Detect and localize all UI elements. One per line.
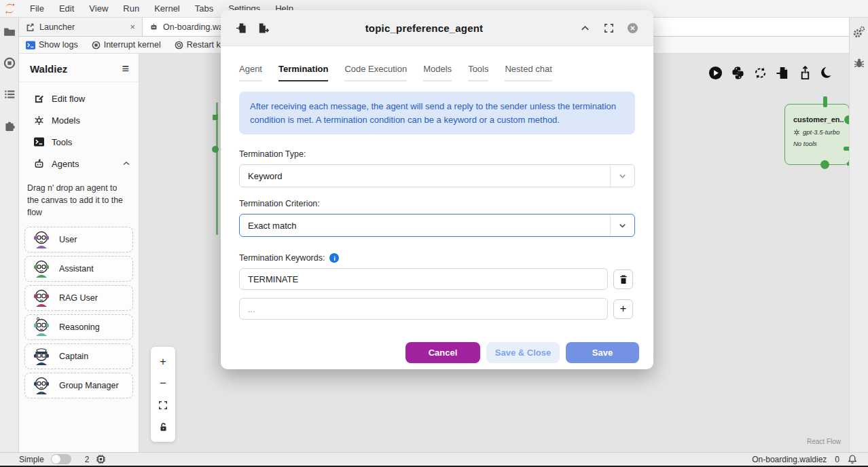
jupyter-logo-icon — [4, 3, 16, 14]
waldiez-sidebar: Waldiez ≡ Edit flow — [19, 54, 139, 452]
agent-label: Captain — [59, 352, 88, 361]
tab-agent[interactable]: Agent — [239, 64, 262, 81]
dark-mode-moon-icon[interactable] — [820, 66, 835, 80]
node-tools-label: No tools — [793, 140, 844, 147]
zoom-in-button[interactable]: + — [153, 353, 173, 371]
modal-tab-bar: Agent Termination Code Execution Models … — [221, 46, 653, 81]
sidebar-item-tools[interactable]: Tools — [19, 131, 139, 153]
tab-launcher-label: Launcher — [39, 22, 75, 32]
edit-flow-label: Edit flow — [52, 94, 85, 104]
menu-kernel[interactable]: Kernel — [147, 3, 187, 14]
agent-settings-modal: topic_preference_agent Agent Termination… — [221, 10, 653, 369]
captain-avatar — [32, 346, 51, 367]
agent-card-reasoning[interactable]: Reasoning — [24, 314, 133, 340]
show-logs-button[interactable]: Show logs — [26, 40, 78, 50]
reasoning-avatar — [32, 317, 51, 337]
close-circle-icon[interactable] — [627, 22, 638, 34]
termination-criterion-select[interactable]: Exact match — [239, 214, 635, 237]
agent-card-assistant[interactable]: Assistant — [24, 256, 133, 282]
reactflow-attribution: React Flow — [807, 438, 841, 445]
menu-view[interactable]: View — [82, 3, 115, 14]
tab-onboarding-label: On-boarding.wa — [163, 22, 223, 32]
collapse-chevron-icon[interactable] — [579, 22, 591, 34]
convert-refresh-icon[interactable] — [753, 66, 767, 80]
export-flow-icon[interactable] — [257, 22, 269, 34]
lock-button[interactable] — [153, 418, 173, 436]
debugger-bug-icon[interactable] — [853, 57, 865, 69]
interrupt-kernel-label: Interrupt kernel — [104, 40, 161, 50]
zoom-out-button[interactable]: − — [153, 375, 173, 392]
tab-tools[interactable]: Tools — [468, 64, 488, 81]
tab-nested-chat[interactable]: Nested chat — [505, 64, 551, 81]
tab-code-execution[interactable]: Code Execution — [344, 64, 407, 81]
tab-close-icon[interactable]: × — [130, 22, 135, 32]
hamburger-menu-icon[interactable]: ≡ — [122, 62, 129, 75]
tab-models[interactable]: Models — [423, 64, 452, 81]
mode-toggle[interactable] — [51, 454, 71, 464]
menu-edit[interactable]: Edit — [52, 3, 82, 14]
left-activity-bar — [0, 18, 19, 452]
tools-label: Tools — [52, 137, 72, 147]
hidden-node-handle[interactable] — [213, 115, 218, 120]
node-handle-right[interactable] — [844, 115, 849, 124]
status-file-name: On-boarding.waldiez — [752, 455, 827, 464]
tab-launcher[interactable]: Launcher × — [19, 18, 143, 36]
hidden-node-handle[interactable] — [212, 146, 219, 153]
keyword-input[interactable] — [239, 268, 608, 290]
agent-card-group-manager[interactable]: Group Manager — [24, 373, 133, 398]
node-resize-handle[interactable] — [847, 162, 849, 166]
add-keyword-button[interactable]: + — [613, 299, 633, 319]
info-icon[interactable]: i — [329, 253, 339, 263]
chip-icon[interactable] — [96, 454, 106, 464]
running-kernels-icon[interactable] — [3, 57, 16, 69]
folder-icon[interactable] — [3, 26, 16, 38]
termination-criterion-value: Exact match — [240, 221, 610, 231]
restart-icon — [175, 41, 183, 50]
agents-robot-icon — [34, 159, 44, 169]
agent-card-captain[interactable]: Captain — [24, 343, 133, 369]
agent-card-rag-user[interactable]: RAG User — [24, 285, 133, 311]
fit-view-button[interactable] — [153, 396, 173, 414]
fullscreen-icon[interactable] — [603, 22, 615, 34]
import-file-icon[interactable] — [776, 66, 790, 80]
cancel-button[interactable]: Cancel — [405, 342, 480, 363]
node-model-label: gpt-3.5-turbo — [803, 128, 839, 136]
sidebar-item-edit-flow[interactable]: Edit flow — [19, 88, 139, 109]
node-handle-top[interactable] — [823, 96, 827, 107]
export-share-icon[interactable] — [798, 66, 812, 80]
import-flow-icon[interactable] — [236, 22, 247, 34]
python-icon[interactable] — [731, 66, 745, 80]
delete-keyword-button[interactable] — [613, 269, 633, 289]
group-manager-avatar — [32, 375, 51, 396]
sidebar-item-agents[interactable]: Agents — [19, 153, 139, 174]
extensions-puzzle-icon[interactable] — [3, 119, 16, 132]
canvas-toolbar — [708, 66, 835, 80]
chevron-up-icon — [122, 160, 130, 168]
interrupt-kernel-button[interactable]: Interrupt kernel — [92, 40, 161, 50]
chevron-down-icon — [618, 221, 627, 230]
terminal-icon — [26, 41, 35, 50]
sidebar-item-models[interactable]: Models — [19, 109, 139, 131]
tab-termination[interactable]: Termination — [278, 64, 328, 81]
menu-run[interactable]: Run — [115, 3, 147, 14]
save-button[interactable]: Save — [566, 342, 639, 363]
menu-file[interactable]: File — [22, 3, 52, 14]
save-close-button[interactable]: Save & Close — [486, 342, 560, 363]
modal-header: topic_preference_agent — [221, 10, 653, 46]
keyword-row — [239, 268, 633, 290]
assistant-avatar — [32, 259, 51, 279]
bell-icon[interactable] — [848, 454, 857, 464]
property-inspector-gear-icon[interactable] — [853, 26, 865, 38]
agent-card-user[interactable]: User — [24, 227, 133, 253]
termination-keywords-label: Termination Keywords: — [239, 253, 325, 263]
run-play-icon[interactable] — [708, 66, 723, 80]
waldiez-robot-icon — [149, 22, 158, 31]
new-keyword-input[interactable] — [239, 298, 608, 320]
termination-type-select[interactable]: Keyword — [239, 164, 635, 187]
agents-label: Agents — [52, 159, 79, 169]
agent-node-customer-engagement[interactable]: customer_en... gpt-3.5-turbo No tools — [784, 104, 849, 165]
node-handle-bottom[interactable] — [820, 160, 829, 169]
node-handle-right-bar[interactable] — [844, 147, 849, 151]
menu-tabs[interactable]: Tabs — [187, 3, 221, 14]
toc-list-icon[interactable] — [3, 88, 16, 100]
